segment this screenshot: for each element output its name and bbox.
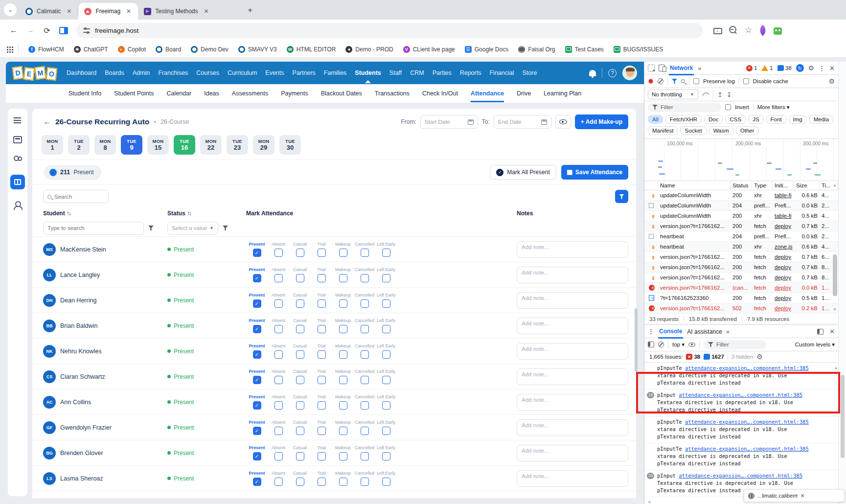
nav-item-students[interactable]: Students (355, 63, 381, 83)
nav-item-financial[interactable]: Financial (489, 63, 514, 83)
attendance-checkbox[interactable] (296, 376, 304, 384)
zoom-icon[interactable] (729, 26, 738, 35)
close-devtools-icon[interactable]: ✕ (829, 65, 835, 72)
user-avatar[interactable] (622, 66, 637, 80)
attendance-checkbox[interactable] (274, 249, 283, 257)
bookmark-item[interactable]: ✳ChatGPT (74, 46, 108, 53)
nav-item-franchises[interactable]: Franchises (158, 63, 188, 83)
device-toolbar-icon[interactable] (659, 65, 665, 71)
context-selector[interactable]: top ▾ (672, 341, 685, 348)
attendance-checkbox[interactable] (361, 274, 369, 282)
attendance-checkbox[interactable] (296, 350, 304, 359)
request-initiator[interactable]: deploy (773, 295, 794, 301)
nav-item-crm[interactable]: CRM (410, 63, 424, 83)
preserve-log-checkbox[interactable] (693, 78, 699, 84)
attendance-checkbox[interactable] (318, 427, 326, 435)
attendance-checkbox[interactable] (318, 325, 326, 333)
window-scrollbar[interactable] (838, 62, 846, 504)
attendance-checkbox[interactable] (339, 249, 347, 257)
subnav-item-payments[interactable]: Payments (281, 85, 308, 102)
filter-chip-manifest[interactable]: Manifest (648, 126, 678, 135)
attendance-checkbox[interactable] (361, 299, 369, 308)
network-filter-input[interactable]: Filter (648, 103, 721, 112)
back-button[interactable]: ← (7, 23, 21, 37)
filter-chip-font[interactable]: Font (766, 115, 786, 124)
attendance-checkbox[interactable] (382, 299, 390, 308)
subnav-item-blackout-dates[interactable]: Blackout Dates (321, 85, 362, 102)
network-request-row[interactable]: ✕version.json?t=1766162...(can...fetchde… (644, 283, 838, 293)
date-tile-mon-1[interactable]: MON1 (42, 135, 63, 155)
nav-item-dashboard[interactable]: Dashboard (67, 63, 96, 83)
start-date-input[interactable]: Start Date (420, 115, 478, 129)
attendance-checkbox[interactable] (382, 401, 390, 410)
table-filter-button[interactable] (615, 190, 628, 203)
funnel-icon[interactable] (148, 226, 154, 230)
subnav-item-transactions[interactable]: Transactions (375, 85, 410, 102)
calendar-icon[interactable] (541, 119, 547, 125)
filter-chip-all[interactable]: All (648, 115, 663, 124)
network-request-row[interactable]: ≡?t=1766162523360200fetchdeploy0.5 kB1..… (644, 293, 838, 303)
attendance-checkbox[interactable] (339, 478, 347, 486)
filter-chip-js[interactable]: JS (748, 115, 763, 124)
source-link[interactable]: attendance-expansion….component.html:385 (685, 446, 809, 452)
filter-funnel-icon[interactable] (672, 79, 677, 84)
scroll-up-arrow[interactable]: ▲ (833, 183, 837, 187)
network-request-row[interactable]: {}version.json?t=1766162...200fetchdeplo… (644, 252, 838, 262)
note-input[interactable]: Add note... (517, 241, 628, 258)
browser-tab[interactable]: Calimatic✕ (20, 3, 78, 20)
users-icon[interactable] (13, 155, 22, 163)
bookmark-item[interactable]: Board (156, 46, 181, 53)
tab-close-icon[interactable]: ✕ (65, 7, 73, 16)
network-request-row[interactable]: {}version.json?t=1766162...200fetchdeplo… (644, 221, 838, 231)
date-tile-tue-2[interactable]: TUE2 (68, 135, 90, 155)
attendance-checkbox[interactable] (339, 452, 347, 460)
site-controls-icon[interactable] (83, 27, 90, 33)
notifications-bell-icon[interactable] (589, 70, 596, 76)
calendar-icon[interactable] (468, 119, 474, 125)
attendance-checkbox[interactable]: ✓ (253, 274, 261, 282)
console-sidebar-icon[interactable] (648, 342, 654, 347)
preview-eye-button[interactable] (555, 115, 571, 129)
reload-button[interactable]: ⟳ (40, 23, 54, 37)
attendance-checkbox[interactable] (361, 350, 369, 359)
nav-item-courses[interactable]: Courses (196, 63, 219, 83)
attendance-checkbox[interactable] (361, 325, 369, 333)
search-icon[interactable] (681, 79, 685, 83)
attendance-checkbox[interactable] (296, 299, 304, 308)
attendance-checkbox[interactable]: ✓ (253, 478, 261, 486)
attendance-checkbox[interactable]: ✓ (253, 325, 261, 333)
network-conditions-icon[interactable] (702, 92, 709, 97)
attendance-checkbox[interactable] (382, 376, 390, 384)
nav-item-curriculum[interactable]: Curriculum (228, 63, 257, 83)
console-message[interactable]: pInputTe attendance-expansion….component… (644, 443, 838, 470)
attendance-checkbox[interactable] (382, 325, 390, 333)
subnav-item-student-info[interactable]: Student Info (69, 85, 101, 102)
bookmark-item[interactable]: BUGS/ISSUES (614, 46, 663, 53)
date-tile-tue-9[interactable]: TUE9 (121, 135, 142, 155)
note-input[interactable]: Add note... (517, 343, 628, 360)
hidden-count[interactable]: 3 hidden (732, 354, 753, 360)
subnav-item-check-in-out[interactable]: Check In/Out (422, 85, 458, 102)
source-link[interactable]: attendance-expansion….component.html:385 (679, 473, 802, 479)
bookmark-item[interactable]: VCLient live page (403, 46, 455, 53)
tab-search-chevron-icon[interactable]: ⌄ (4, 3, 17, 16)
attendance-checkbox[interactable] (274, 401, 283, 410)
bookmark-item[interactable]: Demo Dev (191, 46, 229, 53)
inspect-element-icon[interactable] (648, 65, 655, 71)
issues-error-badge[interactable]: ✕38 (686, 354, 700, 360)
console-message[interactable]: pInputTe attendance-expansion….component… (644, 416, 838, 443)
attendance-checkbox[interactable] (318, 249, 326, 257)
attendance-checkbox[interactable] (339, 376, 347, 384)
attendance-checkbox[interactable] (318, 274, 326, 282)
forward-button[interactable]: → (23, 23, 37, 37)
attendance-checkbox[interactable]: ✓ (253, 350, 261, 359)
search-input[interactable] (54, 194, 104, 200)
attendance-checkbox[interactable]: ✓ (253, 376, 261, 384)
note-input[interactable]: Add note... (517, 318, 628, 334)
note-input[interactable]: Add note... (517, 292, 628, 309)
attendance-checkbox[interactable] (318, 376, 326, 384)
invert-checkbox[interactable] (725, 104, 731, 110)
attendance-checkbox[interactable] (361, 478, 369, 486)
attendance-checkbox[interactable] (361, 427, 369, 435)
note-input[interactable]: Add note... (517, 394, 628, 411)
